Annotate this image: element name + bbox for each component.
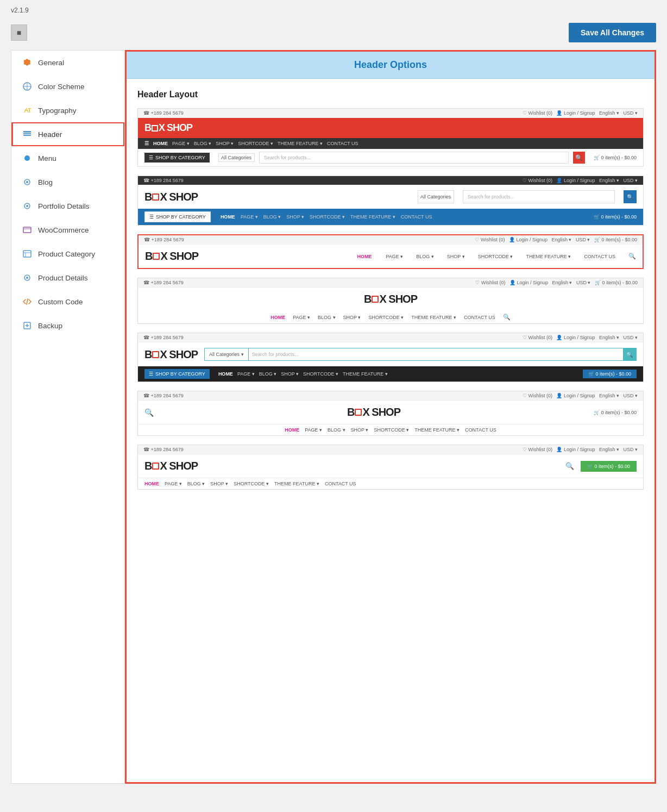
sidebar-label-product-details: Product Details xyxy=(38,274,88,282)
main-layout: General Color Scheme Typography Header xyxy=(0,50,667,784)
svg-point-6 xyxy=(26,181,28,183)
sidebar-item-header[interactable]: Header xyxy=(11,122,124,146)
prev2-logo: BX SHOP xyxy=(144,191,198,203)
sidebar-item-portfolio-details[interactable]: Portfolio Details xyxy=(11,194,124,218)
prev1-search-bar: Search for products... xyxy=(259,152,569,164)
sidebar-label-product-category: Product Category xyxy=(38,250,95,258)
sidebar-label-menu: Menu xyxy=(38,154,56,163)
prev1-topbar: ☎ +189 284 5679 ♡ Wishlist (0) 👤 Login /… xyxy=(138,109,643,118)
sidebar-label-woocommerce: WooCommerce xyxy=(38,226,89,234)
color-scheme-icon xyxy=(22,81,33,92)
sidebar-label-blog: Blog xyxy=(38,178,53,186)
portfolio-icon xyxy=(22,201,33,211)
prev7-main: BX SHOP 🔍 🛒 0 item(s) - $0.00 xyxy=(138,454,643,478)
prev7-nav: HOME PAGE ▾ BLOG ▾ SHOP ▾ SHORTCODE ▾ TH… xyxy=(138,478,643,489)
svg-rect-9 xyxy=(23,227,31,233)
prev3-logo-row: BX SHOP HOME PAGE ▾ BLOG ▾ SHOP ▾ SHORTC… xyxy=(139,245,643,268)
section-header: Header Options xyxy=(127,52,655,79)
sidebar-label-header: Header xyxy=(38,130,62,139)
menu-icon[interactable]: ■ xyxy=(11,24,27,41)
sidebar: General Color Scheme Typography Header xyxy=(11,50,125,784)
prev6-logo: BX SHOP xyxy=(347,406,400,419)
product-details-icon xyxy=(22,272,33,283)
sidebar-label-color-scheme: Color Scheme xyxy=(38,83,85,91)
typography-icon xyxy=(22,105,33,116)
svg-point-8 xyxy=(26,205,28,207)
header-preview-1[interactable]: ☎ +189 284 5679 ♡ Wishlist (0) 👤 Login /… xyxy=(137,108,644,167)
sidebar-item-typography[interactable]: Typography xyxy=(11,98,124,122)
version-bar: v2.1.9 xyxy=(0,5,667,18)
sidebar-item-backup[interactable]: Backup xyxy=(11,314,124,338)
svg-point-4 xyxy=(24,155,30,161)
prev1-search-button[interactable]: 🔍 xyxy=(573,152,585,164)
header-preview-7[interactable]: ☎ +189 284 5679 ♡ Wishlist (0) 👤 Login /… xyxy=(137,445,644,490)
svg-rect-3 xyxy=(23,135,31,136)
prev4-nav: HOME PAGE ▾ BLOG ▾ SHOP ▾ SHORTCODE ▾ TH… xyxy=(138,311,643,323)
header-preview-2[interactable]: ☎ +189 284 5679 ♡ Wishlist (0) 👤 Login /… xyxy=(137,176,644,226)
prev3-topbar: ☎ +189 284 5679 ♡ Wishlist (0) 👤 Login /… xyxy=(139,235,643,245)
prev1-search: ☰ SHOP BY CATEGORY All Categories Search… xyxy=(138,149,643,166)
woocommerce-icon xyxy=(22,224,33,235)
product-category-icon xyxy=(22,248,33,259)
prev2-topbar: ☎ +189 284 5679 ♡ Wishlist (0) 👤 Login /… xyxy=(138,176,643,185)
header-preview-6[interactable]: ☎ +189 284 5679 ♡ Wishlist (0) 👤 Login /… xyxy=(137,391,644,436)
svg-rect-1 xyxy=(23,131,31,133)
sidebar-item-woocommerce[interactable]: WooCommerce xyxy=(11,218,124,242)
header-icon xyxy=(22,129,33,140)
menu-nav-icon xyxy=(22,153,33,164)
prev1-logo: BX SHOP xyxy=(144,122,192,134)
sidebar-item-product-details[interactable]: Product Details xyxy=(11,266,124,290)
prev7-logo: BX SHOP xyxy=(144,460,198,472)
sidebar-label-portfolio-details: Portfolio Details xyxy=(38,202,90,210)
header-preview-4[interactable]: ☎ +189 284 5679 ♡ Wishlist (0) 👤 Login /… xyxy=(137,278,644,324)
version-text: v2.1.9 xyxy=(11,7,29,14)
prev3-logo: BX SHOP xyxy=(145,250,198,263)
content-area: Header Options Header Layout ☎ +189 284 … xyxy=(125,50,656,784)
prev6-topbar: ☎ +189 284 5679 ♡ Wishlist (0) 👤 Login /… xyxy=(138,391,643,401)
prev5-main: BX SHOP All Categories ▾ Search for prod… xyxy=(138,342,643,366)
prev2-nav: ☰SHOP BY CATEGORY HOME PAGE ▾ BLOG ▾ SHO… xyxy=(138,209,643,225)
blog-icon xyxy=(22,177,33,188)
sidebar-item-blog[interactable]: Blog xyxy=(11,170,124,194)
svg-rect-10 xyxy=(23,251,31,257)
svg-rect-2 xyxy=(23,133,31,134)
svg-point-12 xyxy=(26,277,28,279)
prev4-logo-row: BX SHOP xyxy=(138,288,643,311)
prev1-main: BX SHOP xyxy=(138,118,643,138)
save-all-button[interactable]: Save All Changes xyxy=(569,23,656,42)
page-wrapper: v2.1.9 ■ Save All Changes General Color … xyxy=(0,0,667,812)
prev7-topbar: ☎ +189 284 5679 ♡ Wishlist (0) 👤 Login /… xyxy=(138,445,643,454)
prev1-nav: ☰ HOME PAGE ▾ BLOG ▾ SHOP ▾ SHORTCODE ▾ … xyxy=(138,138,643,149)
prev5-topbar: ☎ +189 284 5679 ♡ Wishlist (0) 👤 Login /… xyxy=(138,333,643,342)
sidebar-item-product-category[interactable]: Product Category xyxy=(11,242,124,266)
sidebar-label-typography: Typography xyxy=(38,107,77,115)
prev5-nav: ☰SHOP BY CATEGORY HOME PAGE ▾ BLOG ▾ SHO… xyxy=(138,366,643,382)
custom-code-icon xyxy=(22,296,33,307)
prev6-main: 🔍 BX SHOP 🛒 0 item(s) - $0.00 xyxy=(138,401,643,424)
sidebar-label-backup: Backup xyxy=(38,322,62,330)
prev6-nav: HOME PAGE ▾ BLOG ▾ SHOP ▾ SHORTCODE ▾ TH… xyxy=(138,424,643,435)
backup-icon xyxy=(22,320,33,331)
sidebar-item-general[interactable]: General xyxy=(11,51,124,74)
section-title: Header Options xyxy=(354,59,427,70)
general-icon xyxy=(22,57,33,68)
layout-title: Header Layout xyxy=(137,90,644,99)
sidebar-item-custom-code[interactable]: Custom Code xyxy=(11,290,124,314)
header-preview-5[interactable]: ☎ +189 284 5679 ♡ Wishlist (0) 👤 Login /… xyxy=(137,333,644,382)
content-body: Header Layout ☎ +189 284 5679 ♡ Wishlist… xyxy=(127,79,655,509)
header-preview-3[interactable]: ☎ +189 284 5679 ♡ Wishlist (0) 👤 Login /… xyxy=(137,234,644,269)
prev5-logo: BX SHOP xyxy=(144,348,198,361)
prev2-logo-row: BX SHOP All Categories Search for produc… xyxy=(138,185,643,209)
top-bar: ■ Save All Changes xyxy=(0,18,667,47)
prev4-logo: BX SHOP xyxy=(364,293,417,305)
prev4-topbar: ☎ +189 284 5679 ♡ Wishlist (0) 👤 Login /… xyxy=(138,278,643,288)
sidebar-label-general: General xyxy=(38,59,64,67)
sidebar-item-menu[interactable]: Menu xyxy=(11,146,124,170)
sidebar-label-custom-code: Custom Code xyxy=(38,298,83,306)
sidebar-item-color-scheme[interactable]: Color Scheme xyxy=(11,74,124,98)
